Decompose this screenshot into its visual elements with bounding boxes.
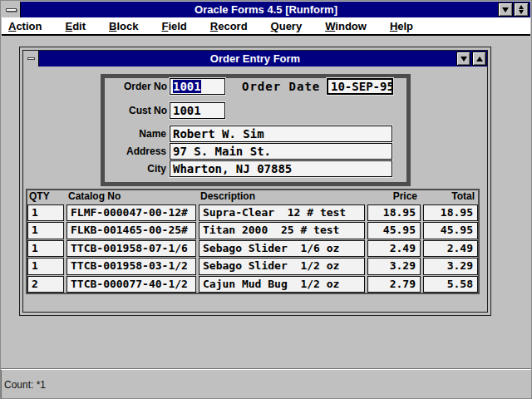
title-bar[interactable]: Oracle Forms 4.5 [Runform] xyxy=(2,2,530,17)
window-title: Oracle Forms 4.5 [Runform] xyxy=(2,3,530,16)
cust-no-field[interactable]: 1001 xyxy=(170,102,225,119)
restore-down-icon xyxy=(519,10,524,14)
price-header: Price xyxy=(367,190,421,204)
price-cell[interactable]: 18.95 xyxy=(367,204,421,221)
catalog-no-header: Catalog No xyxy=(66,190,196,204)
order-no-label: Order No xyxy=(94,80,167,93)
description-cell[interactable]: Cajun Mud Bug 1/2 oz xyxy=(199,276,365,293)
restore-button[interactable] xyxy=(514,2,529,17)
description-cell[interactable]: Titan 2000 25 # test xyxy=(199,222,365,239)
total-cell[interactable]: 18.95 xyxy=(423,204,478,221)
order-no-value: 1001 xyxy=(173,80,201,93)
status-bar: Count: *1 xyxy=(1,368,531,398)
menu-window[interactable]: Window xyxy=(325,20,367,32)
qty-cell[interactable]: 2 xyxy=(27,276,64,293)
menu-block[interactable]: Block xyxy=(109,20,138,32)
description-header: Description xyxy=(199,190,365,204)
cust-no-label: Cust No xyxy=(94,104,167,117)
total-cell[interactable]: 2.49 xyxy=(423,240,478,257)
order-items-table: QTY Catalog No Description Price Total 1… xyxy=(26,189,480,294)
order-entry-client-area: Order No 1001 Order Date 10-SEP-95 Cust … xyxy=(23,66,487,312)
price-cell[interactable]: 2.49 xyxy=(367,240,421,257)
description-cell[interactable]: Sebago Slider 1/2 oz xyxy=(199,258,365,274)
status-count-text: Count: *1 xyxy=(4,379,46,391)
price-cell[interactable]: 45.95 xyxy=(367,222,421,239)
description-cell[interactable]: Supra-Clear 12 # test xyxy=(199,204,365,221)
total-cell[interactable]: 3.29 xyxy=(423,258,478,274)
menu-query[interactable]: Query xyxy=(271,20,303,32)
system-menu-icon xyxy=(6,8,17,12)
order-date-field[interactable]: 10-SEP-95 xyxy=(327,78,393,95)
application-window: Oracle Forms 4.5 [Runform] Action Edit B… xyxy=(0,0,532,399)
address-field[interactable]: 97 S. Main St. xyxy=(170,143,392,160)
order-entry-title: Order Entry Form xyxy=(23,52,487,65)
description-cell[interactable]: Sebago Slider 1/6 oz xyxy=(199,240,365,257)
qty-cell[interactable]: 1 xyxy=(27,222,64,239)
menu-bar: Action Edit Block Field Record Query Win… xyxy=(2,17,530,36)
order-window-maximize-button[interactable] xyxy=(472,52,486,66)
catalog-no-cell[interactable]: FLMF-000047-00-12# xyxy=(66,204,196,221)
catalog-no-cell[interactable]: FLKB-001465-00-25# xyxy=(66,222,196,239)
qty-cell[interactable]: 1 xyxy=(27,258,64,274)
order-date-label: Order Date xyxy=(242,80,320,93)
order-no-field[interactable]: 1001 xyxy=(170,78,225,95)
order-window-system-menu-button[interactable] xyxy=(23,51,39,66)
catalog-no-cell[interactable]: TTCB-000077-40-1/2 xyxy=(66,276,196,293)
order-entry-window: Order Entry Form Order No 1001 Order Dat… xyxy=(19,47,491,316)
catalog-no-cell[interactable]: TTCB-001958-03-1/2 xyxy=(66,258,196,274)
name-label: Name xyxy=(90,127,166,140)
minimize-button[interactable] xyxy=(498,2,513,17)
address-label: Address xyxy=(90,145,166,158)
menu-record[interactable]: Record xyxy=(210,20,248,32)
price-cell[interactable]: 2.79 xyxy=(367,276,421,293)
order-entry-frame: Order Entry Form Order No 1001 Order Dat… xyxy=(22,50,488,313)
minimize-icon xyxy=(502,7,509,12)
menu-field[interactable]: Field xyxy=(161,20,186,32)
system-menu-icon xyxy=(27,57,35,60)
city-label: City xyxy=(90,162,166,175)
restore-up-icon xyxy=(519,5,524,9)
total-header: Total xyxy=(423,190,478,204)
order-entry-title-bar[interactable]: Order Entry Form xyxy=(23,51,487,66)
catalog-no-cell[interactable]: TTCB-001958-07-1/6 xyxy=(66,240,196,257)
menu-edit[interactable]: Edit xyxy=(65,20,86,32)
system-menu-button[interactable] xyxy=(2,2,21,17)
order-window-minimize-button[interactable] xyxy=(456,52,470,66)
minimize-icon xyxy=(461,57,467,62)
qty-cell[interactable]: 1 xyxy=(27,204,64,221)
total-cell[interactable]: 5.58 xyxy=(423,276,478,293)
name-field[interactable]: Robert W. Sim xyxy=(170,126,392,142)
menu-action[interactable]: Action xyxy=(8,20,42,32)
qty-cell[interactable]: 1 xyxy=(27,240,64,257)
maximize-icon xyxy=(476,57,483,62)
city-field[interactable]: Wharton, NJ 07885 xyxy=(170,160,392,177)
total-cell[interactable]: 45.95 xyxy=(423,222,478,239)
price-cell[interactable]: 3.29 xyxy=(367,258,421,274)
menu-help[interactable]: Help xyxy=(390,20,413,32)
qty-header: QTY xyxy=(27,190,64,204)
